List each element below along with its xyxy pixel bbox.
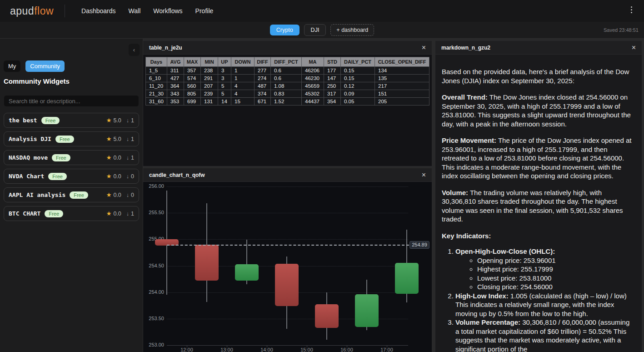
close-icon[interactable]: × xyxy=(422,44,426,51)
dashboard-tab-crypto[interactable]: Crypto xyxy=(270,25,300,35)
table-cell: 1 xyxy=(231,75,255,82)
table-cell: 205 xyxy=(375,98,429,106)
table-cell: 31_60 xyxy=(146,98,167,106)
table-cell: 46206 xyxy=(302,67,324,75)
table-cell: 1 xyxy=(231,67,255,75)
filter-tab-community[interactable]: Community xyxy=(25,60,65,72)
table-cell: 274 xyxy=(255,75,271,82)
widget-name: the best xyxy=(9,117,37,124)
x-axis-line xyxy=(167,345,408,346)
md-list-item: Open-High-Low-Close (OHLC):Opening price… xyxy=(455,247,634,292)
table-header-cell: DIFF xyxy=(255,57,271,67)
table-cell: 3 xyxy=(218,75,231,82)
widget-card[interactable]: BTC CHARTFree★0.0↓1 xyxy=(4,206,139,221)
kebab-menu-icon[interactable] xyxy=(631,6,632,13)
widget-price-badge: Free xyxy=(55,136,74,143)
candlestick-chart[interactable]: 256.00255.50255.00254.50254.00253.50253.… xyxy=(143,182,432,352)
widget-list: the bestFree★5.0↓1Analysis DJIFree★5.0↓1… xyxy=(4,113,139,221)
table-header-cell: DOWN xyxy=(231,57,255,67)
table-cell: 699 xyxy=(184,98,201,106)
content-area: ‹ MyCommunity Community Widgets the best… xyxy=(0,39,644,352)
table-cell: 317 xyxy=(324,90,341,98)
chart-panel-header[interactable]: candle_chart_n_qofw × xyxy=(143,168,432,182)
md-list-item: Volume Percentage: 30,306,810 / 60,000,0… xyxy=(455,318,634,352)
markdown-panel: markdown_n_gzu2 × Based on the provided … xyxy=(435,41,642,352)
dashboard-tab-dji[interactable]: DJI xyxy=(304,24,326,36)
md-intro: Based on the provided data, here's a bri… xyxy=(442,67,634,85)
markdown-panel-header[interactable]: markdown_n_gzu2 × xyxy=(435,41,642,55)
table-cell: 1_5 xyxy=(146,67,167,75)
table-cell: 4 xyxy=(231,90,255,98)
table-cell: 671 xyxy=(255,98,271,106)
candle-body xyxy=(275,264,299,306)
table-cell: 374 xyxy=(255,90,271,98)
table-cell: 151 xyxy=(375,90,429,98)
widget-name: NVDA Chart xyxy=(9,173,44,180)
app-logo[interactable]: apudflow xyxy=(10,5,54,17)
table-row: 1_5311357238312770.6462061770.15134 xyxy=(146,67,429,75)
dashboard-tabbar: CryptoDJI + dashboard Saved 23:48:51 xyxy=(0,22,644,39)
md-paragraph-label: Overall Trend: xyxy=(442,93,488,101)
widget-card[interactable]: NASDAQ moveFree★0.0↓1 xyxy=(4,150,139,165)
widget-rating: 0.0 xyxy=(113,155,121,161)
add-dashboard-button[interactable]: + dashboard xyxy=(330,24,374,36)
star-icon: ★ xyxy=(106,117,112,124)
sidebar: ‹ MyCommunity Community Widgets the best… xyxy=(0,39,143,352)
table-cell: 353 xyxy=(167,98,184,106)
md-list-item-label: High-Low Index: xyxy=(455,292,509,300)
x-axis-label: 12:00 xyxy=(178,347,196,352)
nav-item-workflows[interactable]: Workflows xyxy=(153,7,182,15)
x-axis-label: 14:00 xyxy=(258,347,276,352)
nav-item-profile[interactable]: Profile xyxy=(195,7,214,15)
y-axis-label: 254.50 xyxy=(143,263,164,268)
table-cell: 343 xyxy=(167,90,184,98)
table-header-cell: MA xyxy=(302,57,324,67)
nav-item-wall[interactable]: Wall xyxy=(129,7,141,15)
widget-card[interactable]: AAPL AI analysisFree★0.0↓0 xyxy=(4,187,139,202)
download-icon: ↓ xyxy=(126,155,129,161)
table-header-row: DaysAVGMAXMINUPDOWNDIFFDIFF_PCTMASTDDAIL… xyxy=(146,57,429,67)
y-axis-label: 255.50 xyxy=(143,210,164,215)
table-cell: 277 xyxy=(255,67,271,75)
table-cell: 427 xyxy=(167,75,184,82)
x-axis-label: 15:00 xyxy=(298,347,316,352)
table-cell: 0.15 xyxy=(341,67,375,75)
widget-download-count: 1 xyxy=(131,155,134,161)
md-list-item: High-Low Index: 1.005 (calculated as (hi… xyxy=(455,292,634,318)
widget-meta: ★5.0↓1 xyxy=(106,117,134,124)
widget-name: NASDAQ move xyxy=(9,154,48,161)
x-axis-label: 17:00 xyxy=(378,347,396,352)
nav-item-dashboards[interactable]: Dashboards xyxy=(81,7,116,15)
table-cell: 291 xyxy=(201,75,218,82)
table-cell: 135 xyxy=(375,75,429,82)
md-sub-list: Opening price: 253.96001Highest price: 2… xyxy=(455,256,634,292)
widget-price-badge: Free xyxy=(45,210,63,217)
filter-tab-my[interactable]: My xyxy=(4,60,20,72)
widget-card[interactable]: the bestFree★5.0↓1 xyxy=(4,113,139,128)
table-cell: 1.08 xyxy=(271,82,302,90)
table-header-cell: CLOSE_OPEN_DIFF xyxy=(375,57,429,67)
widget-card[interactable]: Analysis DJIFree★5.0↓1 xyxy=(4,131,139,146)
close-icon[interactable]: × xyxy=(422,171,426,179)
widget-filter-tabs: MyCommunity xyxy=(4,60,139,72)
dashboard-tabs: CryptoDJI + dashboard xyxy=(270,24,374,36)
close-icon[interactable]: × xyxy=(632,44,636,51)
table-cell: 0.6 xyxy=(271,75,302,82)
widget-search-input[interactable] xyxy=(4,95,139,107)
grid-line xyxy=(167,239,408,240)
table-cell: 357 xyxy=(184,67,201,75)
widget-card[interactable]: NVDA ChartFree★0.0↓0 xyxy=(4,169,139,184)
table-cell: 21_30 xyxy=(146,90,167,98)
nav-divider xyxy=(65,5,65,17)
widget-rating: 5.0 xyxy=(113,117,121,124)
candle-body xyxy=(195,245,219,281)
grid-line xyxy=(167,186,408,187)
table-cell: 0.83 xyxy=(271,90,302,98)
candle-chart-panel: candle_chart_n_qofw × 256.00255.50255.00… xyxy=(143,168,432,352)
table-cell: 14 xyxy=(218,98,231,106)
sidebar-collapse-button[interactable]: ‹ xyxy=(129,44,140,56)
table-header-cell: MAX xyxy=(184,57,201,67)
table-panel-header[interactable]: table_n_je2u × xyxy=(143,41,432,55)
main-nav: DashboardsWallWorkflowsProfile xyxy=(81,7,213,15)
md-ordered-list: Open-High-Low-Close (OHLC):Opening price… xyxy=(442,247,634,352)
